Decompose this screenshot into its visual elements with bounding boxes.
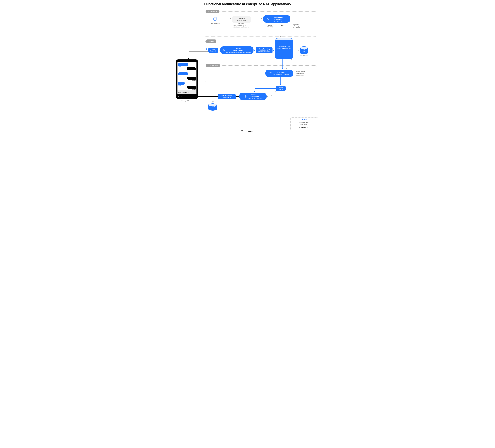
- document-lines-icon: [244, 95, 247, 98]
- legend-userquery-label: User Query: [301, 124, 307, 125]
- query-rewriting-title: Query Rewriting: [258, 48, 270, 50]
- chat-bubble-agent: [187, 67, 196, 70]
- query-understanding-desc: Use LLM to get details, ask clarificatio…: [226, 51, 251, 53]
- indexer-label: Indexer: [278, 25, 286, 26]
- documents-decomposition-node: Documents Decomposition: [232, 16, 251, 23]
- chunker-desc: Prepare document chunks, extract metadaa…: [233, 25, 249, 28]
- chat-label-agent: AI Agent: [192, 80, 196, 81]
- legend-row-llm: LLM Response: [292, 127, 317, 128]
- svg-rect-1: [214, 18, 216, 20]
- chat-bubble-agent: [187, 86, 196, 89]
- legend-row-contextual: Contextual Data: [292, 121, 317, 123]
- svg-point-8: [242, 130, 242, 130]
- final-response-label: Final Response: [179, 91, 187, 93]
- final-response-bar: Final Response: [178, 90, 196, 94]
- svg-point-17: [242, 132, 242, 132]
- chip-icon: [267, 18, 270, 20]
- chat-label-agent: AI Agent: [192, 70, 196, 72]
- response-generation-node: Response Generation (GPT4, Gemini, Llama…: [239, 93, 267, 100]
- phase-post-retrieval-tag: Post-Retrieval: [206, 64, 220, 67]
- query-rewriting-node: Query Rewriting Make query more suitable…: [256, 47, 273, 53]
- reranker-note: Top m re-ranked chunks out of n relevant…: [296, 71, 310, 76]
- legend-row-userquery: User Query: [292, 124, 317, 125]
- input-guardrail-node: Input Guardrail: [208, 48, 218, 53]
- cache-label: Cache: [208, 106, 217, 107]
- chat-label-human: Human: [178, 76, 181, 77]
- svg-point-9: [242, 130, 242, 130]
- phase-retrieval-tag: Retrieval: [206, 40, 216, 43]
- turing-logo-icon: [241, 130, 243, 133]
- phone-mockup: Human AI Agent Human AI Agent Human AI A…: [176, 59, 198, 99]
- chunker-title: Chunker: [238, 23, 244, 24]
- chat-bubble-human: [178, 72, 188, 75]
- reranker-desc: (Bge-ranker, CoHereRerank, etc): [273, 73, 289, 75]
- svg-rect-4: [223, 51, 224, 51]
- arrow-left-icon: [188, 92, 190, 93]
- legend-contextual-label: Contextual Data: [299, 121, 308, 123]
- legend-box: Legend Contextual Data User Query LLM Re…: [290, 117, 319, 131]
- brand-footer: TURING: [173, 130, 322, 133]
- chat-label-human: Human: [178, 66, 181, 67]
- thumbs-up-icon: [178, 96, 180, 97]
- personalization-label: Personalization: [299, 55, 309, 56]
- legend-title: Legend: [292, 119, 317, 120]
- user-data-cylinder: User Data: [300, 46, 308, 54]
- diagram-title: Functional architecture of enterprise RA…: [173, 2, 322, 6]
- chunker-caption: Chunker Prepare document chunks, extract…: [231, 23, 251, 28]
- brand-text: TURING: [244, 130, 254, 132]
- chat-bubble-human: [178, 82, 185, 85]
- documents-icon: [213, 17, 217, 21]
- chunk-embeddings-label: Chunk embeddings: [265, 24, 275, 28]
- chat-bubble-agent: [187, 77, 196, 80]
- thumbs-down-icon: [181, 96, 182, 97]
- legend-llm-label: LLM Response: [300, 127, 308, 128]
- input-documents-label: Input documents: [208, 23, 223, 24]
- svg-rect-2: [268, 18, 269, 20]
- vector-db-desc: (ChimaDB, Pinecone, etc): [275, 48, 293, 49]
- svg-point-13: [242, 131, 242, 131]
- embedding-generation-node: Embedding Generation (Ada, bge-large, al…: [263, 15, 290, 23]
- svg-point-10: [242, 130, 243, 130]
- svg-point-16: [242, 131, 242, 132]
- chat-label-human: Human: [178, 85, 181, 86]
- svg-rect-3: [224, 49, 224, 50]
- chat-label-agent: AI Agent: [192, 89, 196, 90]
- rerank-icon: [269, 72, 272, 74]
- chat-bubble-human: [178, 63, 188, 66]
- tree-icon: [223, 49, 225, 51]
- query-understanding-title: Query Understanding: [226, 48, 251, 51]
- embedding-desc: (Ada, bge-large, all mpnet, etc): [271, 20, 286, 22]
- svg-point-11: [243, 130, 243, 130]
- reranker-title: Re-ranker: [273, 72, 289, 73]
- system-prompt-node: System Prompt: [276, 86, 286, 91]
- phone-caption: User App Interface: [176, 100, 198, 101]
- phone-screen: Human AI Agent Human AI Agent Human AI A…: [178, 62, 196, 94]
- svg-point-14: [242, 131, 243, 131]
- vector-database-cylinder: Vector Database (ChimaDB, Pinecone, etc): [275, 38, 293, 59]
- user-data-label: User Data: [300, 49, 308, 52]
- index-note-label: Index chunk embedding with metadata: [293, 23, 306, 29]
- output-guardrail-node: Output Guardrail & evaluation: [218, 94, 236, 99]
- svg-point-7: [241, 130, 242, 130]
- cache-cylinder: Cache: [208, 103, 217, 111]
- svg-point-12: [242, 131, 242, 131]
- reranker-node: Re-ranker (Bge-ranker, CoHereRerank, etc…: [265, 70, 293, 77]
- phase-pre-retrieval-tag: Pre-Retrieval: [206, 10, 219, 13]
- response-gen-title: Response Generation: [248, 94, 261, 98]
- svg-point-15: [242, 131, 242, 131]
- embedding-title: Embedding Generation: [271, 16, 286, 20]
- thumbs-icons: [178, 96, 182, 98]
- response-gen-desc: (GPT4, Gemini, Llama, etc): [248, 98, 261, 99]
- svg-rect-5: [224, 51, 225, 51]
- query-understanding-node: Query Understanding Use LLM to get detai…: [220, 46, 253, 54]
- query-rewriting-desc: Make query more suitable for LLM retriev…: [258, 50, 270, 52]
- vector-db-title: Vector Database: [275, 46, 293, 48]
